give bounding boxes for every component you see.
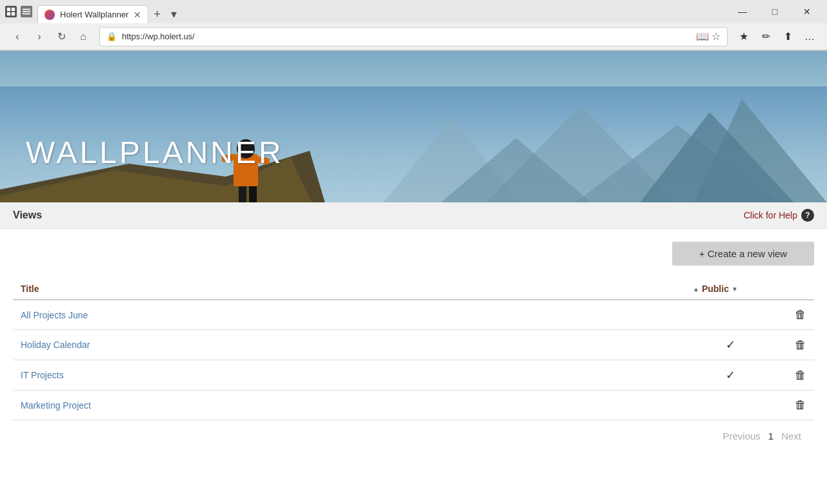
view-action-cell: 🗑 (775, 391, 814, 420)
views-header: Views Click for Help ? (0, 202, 827, 229)
view-action-cell: 🗑 (775, 360, 814, 391)
view-action-cell: 🗑 (775, 300, 814, 330)
bookmark-star-icon[interactable]: ☆ (712, 30, 721, 43)
pen-button[interactable]: ✏ (756, 27, 775, 46)
public-header-inner: ▲ Public ▼ (693, 284, 768, 294)
help-link[interactable]: Click for Help ? (744, 209, 814, 222)
view-public-cell (685, 391, 775, 420)
close-button[interactable]: ✕ (792, 1, 822, 22)
tab-favicon (45, 10, 55, 20)
svg-rect-4 (23, 9, 30, 10)
refresh-button[interactable]: ↻ (52, 27, 71, 46)
hero-title: WALLPLANNER (26, 135, 284, 170)
delete-view-button[interactable]: 🗑 (795, 398, 806, 412)
tab-list-button[interactable]: ▾ (166, 5, 182, 23)
main-content: + Create a new view Title ▲ Public ▼ (0, 229, 827, 465)
view-title-cell[interactable]: Holiday Calendar (13, 330, 685, 360)
page-content: WALLPLANNER Views Click for Help ? + Cre… (0, 51, 827, 504)
back-button[interactable]: ‹ (8, 27, 27, 46)
title-bar: Holert Wallplanner ✕ + ▾ — □ ✕ (0, 0, 827, 23)
system-icon (5, 6, 17, 17)
sort-up-icon[interactable]: ▲ (693, 286, 699, 293)
active-tab[interactable]: Holert Wallplanner ✕ (37, 5, 148, 23)
browser-chrome: Holert Wallplanner ✕ + ▾ — □ ✕ ‹ › ↻ ⌂ 🔒… (0, 0, 827, 51)
next-button[interactable]: Next (781, 431, 801, 441)
table-row: IT Projects✓🗑 (13, 360, 814, 391)
lock-icon: 🔒 (106, 32, 117, 41)
checkmark-icon: ✓ (726, 338, 735, 351)
view-title-cell[interactable]: Marketing Project (13, 391, 685, 420)
delete-view-button[interactable]: 🗑 (795, 369, 806, 382)
address-bar[interactable]: 🔒 📖 ☆ (99, 27, 728, 46)
help-icon: ? (801, 209, 814, 222)
title-bar-left (5, 6, 32, 17)
tab-title: Holert Wallplanner (60, 10, 128, 19)
share-button[interactable]: ⬆ (778, 27, 797, 46)
table-row: Holiday Calendar✓🗑 (13, 330, 814, 360)
svg-rect-1 (12, 8, 15, 11)
table-header-row: Title ▲ Public ▼ (13, 278, 814, 300)
delete-view-button[interactable]: 🗑 (795, 338, 806, 352)
table-row: All Projects June🗑 (13, 300, 814, 330)
window-controls: — □ ✕ (728, 1, 822, 22)
address-bar-right: 📖 ☆ (696, 30, 721, 43)
svg-rect-6 (23, 14, 30, 15)
create-view-button[interactable]: + Create a new view (672, 242, 814, 266)
home-button[interactable]: ⌂ (74, 27, 93, 46)
public-column-header: ▲ Public ▼ (685, 278, 775, 300)
view-title-cell[interactable]: All Projects June (13, 300, 685, 330)
views-label: Views (13, 209, 42, 221)
reader-mode-icon[interactable]: 📖 (696, 30, 709, 43)
checkmark-icon: ✓ (726, 369, 735, 382)
create-btn-row: + Create a new view (13, 242, 814, 266)
delete-view-button[interactable]: 🗑 (795, 308, 806, 322)
hero-banner: WALLPLANNER (0, 51, 827, 202)
tab-strip: Holert Wallplanner ✕ + ▾ (37, 0, 728, 23)
tab-close-button[interactable]: ✕ (134, 10, 141, 19)
table-row: Marketing Project🗑 (13, 391, 814, 420)
minimize-button[interactable]: — (728, 1, 757, 22)
browser-toolbar-right: ★ ✏ ⬆ … (734, 27, 819, 46)
view-public-cell: ✓ (685, 360, 775, 391)
nav-bar: ‹ › ↻ ⌂ 🔒 📖 ☆ ★ ✏ ⬆ … (0, 23, 827, 50)
title-column-header: Title (13, 278, 685, 300)
url-input[interactable] (122, 32, 691, 41)
svg-rect-5 (23, 11, 30, 12)
view-title-cell[interactable]: IT Projects (13, 360, 685, 391)
forward-button[interactable]: › (30, 27, 49, 46)
favorites-button[interactable]: ★ (734, 27, 753, 46)
view-public-cell: ✓ (685, 330, 775, 360)
pagination: Previous 1 Next (13, 420, 814, 452)
help-text: Click for Help (744, 210, 797, 220)
page-number: 1 (768, 431, 773, 441)
view-action-cell: 🗑 (775, 330, 814, 360)
actions-column-header (775, 278, 814, 300)
previous-button[interactable]: Previous (722, 431, 760, 441)
new-tab-button[interactable]: + (148, 5, 166, 23)
taskbar-icon (21, 6, 32, 17)
maximize-button[interactable]: □ (760, 1, 790, 22)
more-button[interactable]: … (800, 27, 819, 46)
svg-rect-0 (7, 8, 10, 11)
sort-down-icon[interactable]: ▼ (732, 286, 738, 293)
view-public-cell (685, 300, 775, 330)
svg-rect-3 (12, 12, 15, 15)
views-table: Title ▲ Public ▼ All Projects June🗑Holid… (13, 278, 814, 420)
svg-rect-2 (7, 12, 10, 15)
